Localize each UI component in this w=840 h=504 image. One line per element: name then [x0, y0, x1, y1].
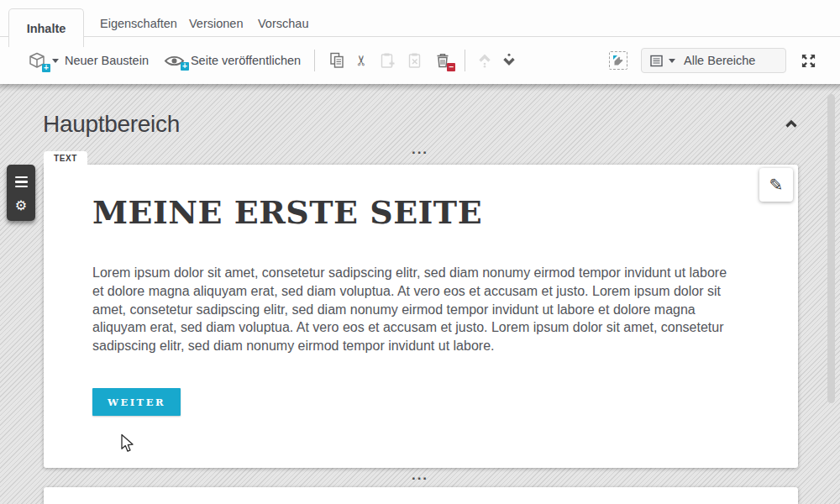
new-block-button[interactable]: + Neuer Baustein — [28, 51, 149, 70]
gear-icon: ⚙ — [15, 198, 27, 213]
header: Inhalte Eigenschaften Versionen Vorschau… — [0, 0, 840, 84]
move-up-icon — [476, 52, 493, 69]
tab-inhalte[interactable]: Inhalte — [8, 8, 84, 47]
menu-icon — [15, 176, 28, 179]
paste-cancel-button[interactable] — [407, 52, 423, 69]
toolbar-divider — [314, 50, 315, 71]
weiter-button[interactable]: WEITER — [92, 388, 181, 416]
section-collapse-button[interactable] — [785, 118, 798, 130]
edit-highlight-icon — [612, 55, 624, 66]
chevron-down-icon — [669, 59, 675, 63]
chevron-down-icon — [52, 59, 59, 63]
eye-add-icon: + — [164, 54, 185, 68]
insert-block-handle[interactable]: ... — [0, 473, 840, 478]
scissors-icon: ✂ — [354, 55, 370, 66]
settings-button[interactable]: ⚙ — [15, 199, 27, 213]
publish-label: Seite veröffentlichen — [191, 54, 301, 67]
menu-button[interactable] — [12, 173, 31, 192]
pencil-icon: ✎ — [769, 175, 784, 195]
fullscreen-button[interactable] — [801, 53, 816, 69]
cube-add-icon: + — [28, 51, 46, 70]
header-shadow — [0, 84, 840, 92]
next-block-card — [44, 487, 798, 504]
cut-button[interactable]: ✂ — [356, 52, 368, 69]
copy-button[interactable] — [329, 52, 345, 69]
edit-block-button[interactable]: ✎ — [759, 168, 793, 202]
edit-highlight-button[interactable] — [609, 51, 627, 70]
move-down-icon — [501, 52, 517, 69]
scope-select[interactable]: Alle Bereiche — [641, 48, 786, 73]
delete-button[interactable]: − — [434, 52, 451, 69]
move-up-button[interactable] — [476, 52, 493, 69]
move-down-button[interactable] — [501, 52, 517, 69]
content-area: Hauptbereich ... TEXT ✎ MEINE ERSTE SEIT… — [0, 84, 840, 504]
plus-badge-icon: + — [42, 64, 50, 72]
block-menu-panel: ⚙ — [7, 165, 35, 221]
cms-window: Inhalte Eigenschaften Versionen Vorschau… — [0, 0, 840, 504]
article-body: Lorem ipsum dolor sit amet, consetetur s… — [92, 264, 741, 355]
paste-cancel-icon — [407, 52, 423, 69]
block-type-label: TEXT — [44, 151, 87, 165]
toolbar: + Neuer Baustein + Seite veröffentlichen — [0, 37, 840, 84]
vertical-scrollbar[interactable] — [827, 94, 835, 403]
scope-list-icon — [650, 55, 663, 67]
publish-button[interactable]: + Seite veröffentlichen — [164, 54, 301, 68]
paste-add-button[interactable] — [379, 52, 396, 69]
tab-eigenschaften[interactable]: Eigenschaften — [100, 17, 177, 30]
tab-versionen[interactable]: Versionen — [189, 17, 244, 30]
minus-badge-icon: − — [447, 63, 455, 71]
text-block-card: ✎ MEINE ERSTE SEITE Lorem ipsum dolor si… — [44, 165, 798, 468]
plus-badge-icon: + — [181, 62, 189, 71]
scope-select-value: Alle Bereiche — [684, 54, 755, 67]
copy-icon — [329, 52, 345, 69]
paste-add-icon — [379, 52, 396, 69]
trash-icon: − — [434, 52, 451, 69]
fullscreen-icon — [801, 53, 816, 69]
insert-block-handle[interactable]: ... — [0, 147, 840, 152]
section-title: Hauptbereich — [43, 111, 180, 138]
article-title: MEINE ERSTE SEITE — [92, 193, 482, 231]
chevron-up-icon — [785, 119, 798, 128]
new-block-label: Neuer Baustein — [65, 54, 149, 67]
toolbar-divider — [465, 50, 465, 71]
tab-vorschau[interactable]: Vorschau — [258, 17, 308, 30]
